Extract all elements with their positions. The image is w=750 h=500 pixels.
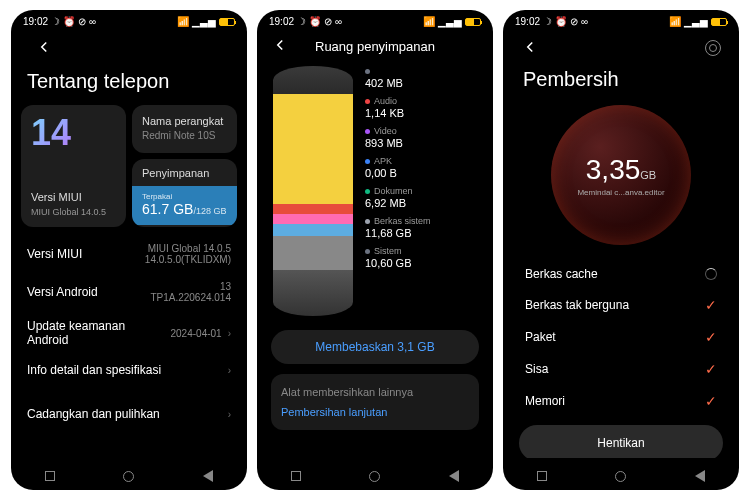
check-icon: ✓: [705, 361, 717, 377]
dnd-icon: ⊘: [78, 16, 86, 27]
check-icon: ✓: [705, 297, 717, 313]
wifi-icon: 📶: [177, 16, 189, 27]
miui-label: Versi MIUI: [31, 191, 116, 203]
cleanup-unit: GB: [640, 169, 656, 181]
nav-recent[interactable]: [537, 471, 547, 481]
back-button[interactable]: [21, 34, 237, 62]
nav-bar: [503, 462, 739, 490]
phone-storage: 19:02☽⏰⊘∞ 📶▁▃▅ Ruang penyimpanan 402 MBA…: [257, 10, 493, 490]
list-row[interactable]: Cadangkan dan pulihkan›: [21, 399, 237, 429]
chevron-right-icon: ›: [228, 365, 231, 376]
device-label: Nama perangkat: [142, 115, 227, 127]
cleanup-row: Berkas cache: [523, 259, 719, 289]
scanning-text: Memindai c...anva.editor: [577, 188, 664, 197]
status-bar: 19:02☽⏰⊘∞ 📶▁▃▅: [257, 10, 493, 29]
nav-home[interactable]: [123, 471, 134, 482]
sync-icon: ∞: [89, 16, 96, 27]
page-title: Ruang penyimpanan: [271, 39, 479, 54]
legend-item[interactable]: Berkas sistem11,68 GB: [365, 216, 477, 239]
nav-back[interactable]: [449, 470, 459, 482]
advanced-cleanup-link[interactable]: Pembersihan lanjutan: [281, 406, 469, 418]
storage-total: /128 GB: [193, 206, 226, 216]
device-value: Redmi Note 10S: [142, 130, 227, 141]
info-list: Versi MIUIMIUI Global 14.0.514.0.5.0(TKL…: [21, 235, 237, 429]
check-icon: ✓: [705, 329, 717, 345]
cleanup-row: Berkas tak berguna✓: [523, 289, 719, 321]
phone-cleaner: 19:02☽⏰⊘∞ 📶▁▃▅ Pembersih 3,35GB Memindai…: [503, 10, 739, 490]
nav-bar: [11, 462, 247, 490]
legend-item[interactable]: Dokumen6,92 MB: [365, 186, 477, 209]
storage-label: Penyimpanan: [142, 167, 227, 179]
miui-version-card[interactable]: 14 Versi MIUIMIUI Global 14.0.5: [21, 105, 126, 227]
other-tools-title: Alat membersihkan lainnya: [281, 386, 469, 398]
legend-item[interactable]: Sistem10,60 GB: [365, 246, 477, 269]
storage-card[interactable]: Penyimpanan Terpakai 61.7 GB/128 GB: [132, 159, 237, 227]
list-row[interactable]: Versi MIUIMIUI Global 14.0.514.0.5.0(TKL…: [21, 235, 237, 273]
nav-bar: [257, 462, 493, 490]
page-title: Pembersih: [513, 62, 729, 101]
check-icon: ✓: [705, 393, 717, 409]
list-row[interactable]: Versi Android13TP1A.220624.014: [21, 273, 237, 311]
status-time: 19:02: [23, 16, 48, 27]
spinner-icon: [705, 268, 717, 280]
storage-legend: 402 MBAudio1,14 KBVideo893 MBAPK0,00 BDo…: [365, 66, 477, 316]
nav-back[interactable]: [695, 470, 705, 482]
miui-value: MIUI Global 14.0.5: [31, 207, 116, 217]
cleanup-row: Paket✓: [523, 321, 719, 353]
nav-recent[interactable]: [45, 471, 55, 481]
stop-button[interactable]: Hentikan: [519, 425, 723, 458]
nav-recent[interactable]: [291, 471, 301, 481]
chevron-right-icon: ›: [228, 328, 231, 339]
legend-item[interactable]: 402 MB: [365, 66, 477, 89]
free-space-button[interactable]: Membebaskan 3,1 GB: [271, 330, 479, 364]
device-name-card[interactable]: Nama perangkat Redmi Note 10S: [132, 105, 237, 153]
miui-logo: 14: [31, 115, 116, 151]
cleanup-row: Sisa✓: [523, 353, 719, 385]
legend-item[interactable]: APK0,00 B: [365, 156, 477, 179]
storage-cylinder: [273, 66, 353, 316]
list-row[interactable]: Update keamanan Android2024-04-01›: [21, 311, 237, 355]
nav-back[interactable]: [203, 470, 213, 482]
phone-about: 19:02☽⏰⊘∞ 📶▁▃▅ Tentang telepon 14 Versi …: [11, 10, 247, 490]
page-title: Tentang telepon: [21, 62, 237, 105]
back-button[interactable]: [521, 38, 539, 58]
status-bar: 19:02☽⏰⊘∞ 📶▁▃▅: [503, 10, 739, 29]
status-bar: 19:02☽⏰⊘∞ 📶▁▃▅: [11, 10, 247, 29]
legend-item[interactable]: Audio1,14 KB: [365, 96, 477, 119]
signal-icon: ▁▃▅: [192, 16, 216, 27]
cleanup-row: Memori✓: [523, 385, 719, 417]
moon-icon: ☽: [51, 16, 60, 27]
cleanup-orb: 3,35GB Memindai c...anva.editor: [551, 105, 691, 245]
cleanup-size: 3,35: [586, 154, 641, 185]
storage-used: 61.7 GB: [142, 201, 193, 217]
legend-item[interactable]: Video893 MB: [365, 126, 477, 149]
nav-home[interactable]: [615, 471, 626, 482]
storage-used-label: Terpakai: [142, 192, 227, 201]
alarm-icon: ⏰: [63, 16, 75, 27]
list-row[interactable]: Info detail dan spesifikasi›: [21, 355, 237, 385]
settings-icon[interactable]: [705, 40, 721, 56]
cleanup-list: Berkas cacheBerkas tak berguna✓Paket✓Sis…: [513, 259, 729, 417]
nav-home[interactable]: [369, 471, 380, 482]
other-tools-section: Alat membersihkan lainnya Pembersihan la…: [271, 374, 479, 430]
battery-icon: [219, 18, 235, 26]
chevron-right-icon: ›: [228, 409, 231, 420]
